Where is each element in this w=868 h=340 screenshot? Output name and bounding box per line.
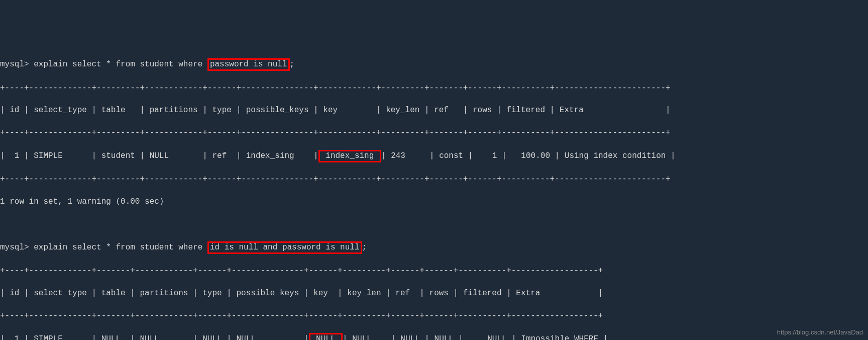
table-header: | id | select_type | table | partitions … xyxy=(0,105,868,116)
row-post: | 243 | const | 1 | 100.00 | Using index… xyxy=(381,151,676,160)
watermark-text: https://blog.csdn.net/JavaDad xyxy=(777,328,863,337)
highlight-key-1: index_sing xyxy=(318,150,381,162)
table-header: | id | select_type | table | partitions … xyxy=(0,288,868,299)
query-line-2: mysql> explain select * from student whe… xyxy=(0,241,868,254)
summary-line: 1 row in set, 1 warning (0.00 sec) xyxy=(0,196,868,207)
table-border: +----+-------------+-------+------------… xyxy=(0,310,868,321)
table-row: | 1 | SIMPLE | NULL | NULL | NULL | NULL… xyxy=(0,333,868,340)
table-border: +----+-------------+---------+----------… xyxy=(0,127,868,138)
row-pre: | 1 | SIMPLE | student | NULL | ref | in… xyxy=(0,151,318,160)
table-border: +----+-------------+---------+----------… xyxy=(0,82,868,94)
table-border: +----+-------------+-------+------------… xyxy=(0,265,868,276)
blank-line xyxy=(0,219,868,230)
prompt-text: mysql> explain select * from student whe… xyxy=(0,60,207,69)
table-border: +----+-------------+---------+----------… xyxy=(0,174,868,185)
table-row: | 1 | SIMPLE | student | NULL | ref | in… xyxy=(0,150,868,162)
highlight-key-2: NULL xyxy=(309,333,343,340)
highlight-where-1: password is null xyxy=(207,58,290,71)
query-tail: ; xyxy=(290,60,295,69)
terminal-output: mysql> explain select * from student whe… xyxy=(0,47,868,340)
prompt-text: mysql> explain select * from student whe… xyxy=(0,243,207,252)
row-post: | NULL | NULL | NULL | NULL | Impossible… xyxy=(343,334,608,340)
row-pre: | 1 | SIMPLE | NULL | NULL | NULL | NULL… xyxy=(0,334,309,340)
query-line-1: mysql> explain select * from student whe… xyxy=(0,58,868,71)
query-tail: ; xyxy=(362,243,367,252)
highlight-where-2: id is null and password is null xyxy=(207,241,362,254)
